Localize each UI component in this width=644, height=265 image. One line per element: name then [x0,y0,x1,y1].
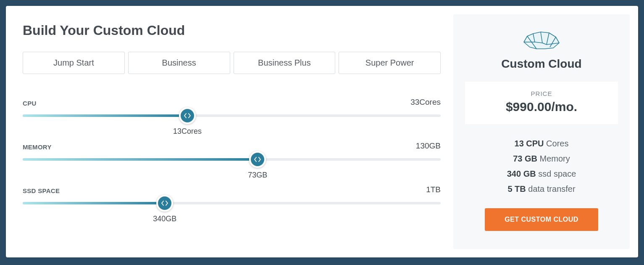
cpu-slider-handle[interactable] [179,107,196,124]
get-custom-cloud-button[interactable]: GET CUSTOM CLOUD [485,208,598,231]
tab-jump-start[interactable]: Jump Start [23,52,125,74]
memory-slider-group: MEMORY 130GB 73GB [23,141,441,161]
cpu-slider-group: CPU 33Cores 13Cores [23,98,441,117]
memory-slider-track[interactable]: 73GB [23,158,441,161]
pricing-card: Build Your Custom Cloud Jump Start Busin… [6,6,638,257]
ssd-slider-label: SSD SPACE [23,187,60,194]
price-label: PRICE [465,90,618,97]
cloud-crystal-icon [521,28,562,51]
ssd-slider-max: 1TB [426,185,441,194]
spec-memory: 73 GB Memory [465,151,618,166]
memory-slider-max: 130GB [416,141,441,151]
tab-business[interactable]: Business [128,52,230,74]
tab-super-power[interactable]: Super Power [339,52,441,74]
memory-slider-label: MEMORY [23,143,52,151]
memory-slider-fill [23,158,258,161]
drag-handle-icon [254,157,261,162]
tab-business-plus[interactable]: Business Plus [234,52,336,74]
cpu-slider-label: CPU [23,100,37,107]
memory-slider-value: 73GB [248,171,267,180]
spec-cpu: 13 CPU Cores [465,136,618,151]
cpu-slider-value: 13Cores [173,127,202,136]
ssd-slider-track[interactable]: 340GB [23,202,441,204]
configurator-panel: Build Your Custom Cloud Jump Start Busin… [14,14,453,249]
cpu-slider-track[interactable]: 13Cores [23,114,441,117]
spec-ssd: 340 GB ssd space [465,166,618,181]
ssd-slider-group: SSD SPACE 1TB 340GB [23,185,441,204]
cpu-slider-max: 33Cores [410,98,441,107]
preset-tabs: Jump Start Business Business Plus Super … [23,52,441,74]
page-title: Build Your Custom Cloud [23,23,441,38]
ssd-slider-handle[interactable] [156,195,173,212]
price-value: $990.00/mo. [465,100,618,114]
summary-heading: Custom Cloud [465,57,618,71]
summary-panel: Custom Cloud PRICE $990.00/mo. 13 CPU Co… [453,14,630,249]
ssd-slider-fill [23,202,165,204]
spec-list: 13 CPU Cores 73 GB Memory 340 GB ssd spa… [465,136,618,196]
drag-handle-icon [184,113,191,118]
cpu-slider-fill [23,114,187,117]
drag-handle-icon [161,201,168,206]
price-box: PRICE $990.00/mo. [465,82,618,124]
ssd-slider-value: 340GB [153,215,176,223]
spec-data-transfer: 5 TB data transfer [465,181,618,196]
memory-slider-handle[interactable] [249,151,266,168]
